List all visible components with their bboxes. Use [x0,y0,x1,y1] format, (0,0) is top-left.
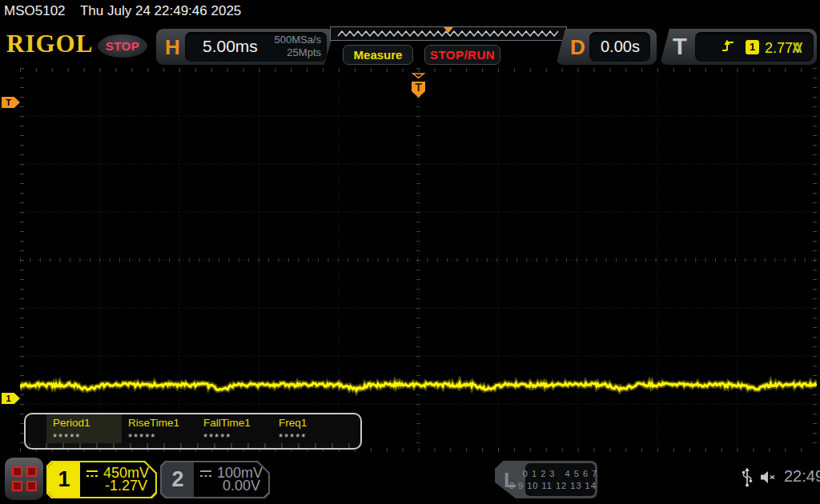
datetime: Thu July 24 22:49:46 2025 [80,3,241,18]
menu-grid-squares-icon [12,466,37,491]
horizontal-settings[interactable]: H 5.00ms 500MSa/s 25Mpts [156,29,335,65]
dc-coupling-icon [199,469,213,478]
measurement-label: RiseTime1 [128,417,197,429]
delay-inset: 0.00s [589,32,650,62]
delay-label: D [570,35,585,60]
digital-row-2: 8 9 10 11 12 13 14 15 [509,480,611,492]
channel2-number: 2 [162,462,194,497]
memory-depth: 25Mpts [274,46,321,59]
trigger-position-triangle-icon [412,73,425,78]
model-name: MSO5102 [4,3,66,18]
horizontal-label: H [165,35,180,60]
delay-settings[interactable]: D 0.00s [556,29,657,65]
menu-grid-icon[interactable] [5,458,43,500]
acquisition-info: 500MSa/s 25Mpts [274,34,321,59]
run-state-badge: STOP [98,34,147,58]
channel1-badge[interactable]: 1 450mV -1.27V [46,461,157,498]
channel1-offset-marker[interactable]: 1 [2,393,20,404]
trigger-position-marker[interactable]: T [412,67,425,98]
rising-edge-icon [721,39,735,53]
waveform-display: T T 1 [20,68,817,452]
oscilloscope-screen: MSO5102 Thu July 24 22:49:46 2025 RIGOL … [0,0,820,504]
measurement-value: ***** [203,431,272,443]
channel1-number: 1 [48,462,80,497]
measure-button[interactable]: Measure [343,45,413,65]
rigol-logo: RIGOL [6,30,93,58]
clock: 22:49 [784,467,820,486]
dc-coupling-icon [85,469,99,478]
trigger-position-shield-icon: T [412,82,425,98]
trigger-level-marker[interactable]: T [2,97,20,108]
usb-icon [742,467,753,488]
digital-channel-list: 0 1 2 3 4 5 6 7 8 9 10 11 12 13 14 15 [525,463,595,496]
measurement-panel-segments [29,443,357,448]
measurement-panel: Period1 ***** RiseTime1 ***** FallTime1 … [24,413,362,450]
measurement-value: ***** [128,431,197,443]
measurement-value: ***** [279,431,348,443]
measurement-value: ***** [53,431,122,443]
channel2-offset: 0.00V [223,478,260,494]
trigger-label: T [673,34,687,60]
trigger-position-indicator-icon [444,27,453,33]
graticule [20,68,817,452]
bottom-bar: 1 450mV -1.27V 2 [0,452,820,504]
sample-rate: 500MSa/s [274,34,321,46]
delay-value: 0.00s [601,38,640,56]
digital-row-1: 0 1 2 3 4 5 6 7 [523,468,597,480]
trigger-source-badge: 1 [746,40,759,54]
trigger-sweep-mode: A [792,40,802,57]
waveform-position-bar[interactable] [330,26,567,41]
channel1-offset: -1.27V [105,478,147,494]
channel2-inner: 2 100mV 0.00V [162,462,268,497]
trigger-inset: 1 2.77V A [695,32,814,62]
measurement-label: Period1 [53,417,122,429]
trigger-settings[interactable]: T 1 2.77V A [660,29,817,65]
stop-run-button[interactable]: STOP/RUN [424,45,500,65]
speaker-muted-icon [759,469,778,486]
horizontal-inset: 5.00ms 500MSa/s 25Mpts [185,32,327,62]
title-bar: MSO5102 Thu July 24 22:49:46 2025 [4,3,241,19]
channel1-inner: 1 450mV -1.27V [48,462,155,497]
measurement-label: FallTime1 [203,417,272,429]
measurement-label: Freq1 [279,417,348,429]
timebase-value: 5.00ms [203,37,258,56]
digital-channels-badge[interactable]: L 0 1 2 3 4 5 6 7 8 9 10 11 12 13 14 15 [495,461,597,498]
header-toolbar: RIGOL STOP H 5.00ms 500MSa/s 25Mpts Meas… [0,24,820,68]
channel2-badge[interactable]: 2 100mV 0.00V [160,461,270,498]
